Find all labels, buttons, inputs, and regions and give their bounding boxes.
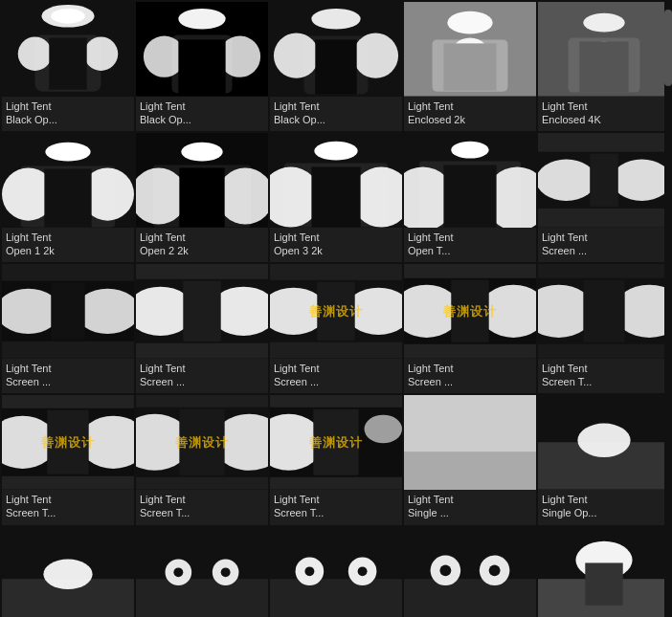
item-label: Light Tent Screen T... — [136, 490, 268, 525]
svg-point-55 — [538, 160, 596, 201]
svg-rect-114 — [270, 579, 402, 617]
svg-point-20 — [447, 11, 492, 34]
svg-rect-92 — [179, 409, 224, 475]
thumbnail: 善渊设计 — [270, 264, 402, 359]
svg-rect-100 — [404, 452, 536, 490]
item-label: Light Tent Open T... — [404, 228, 536, 263]
thumbnail — [136, 264, 268, 359]
svg-rect-52 — [443, 165, 496, 228]
item-label: Light Tent Enclosed 4K — [538, 97, 670, 132]
list-item[interactable]: Light Tent Enclosed 2k — [404, 2, 536, 131]
svg-point-124 — [489, 564, 501, 576]
thumbnail — [2, 264, 134, 359]
thumbnail — [538, 527, 670, 617]
svg-rect-77 — [451, 280, 488, 342]
svg-point-112 — [221, 567, 231, 577]
svg-point-96 — [365, 415, 402, 444]
svg-rect-97 — [313, 409, 358, 475]
svg-point-14 — [311, 9, 360, 30]
list-item[interactable]: Light Tent Open 1 2k — [2, 133, 134, 262]
list-item[interactable]: Light Tent Open 3 2k — [270, 133, 402, 262]
list-item[interactable]: Light Tent Black Op... — [270, 2, 402, 131]
scrollbar[interactable] — [664, 0, 672, 617]
svg-point-106 — [43, 559, 92, 589]
svg-rect-18 — [315, 39, 356, 94]
item-label: Light Tent Screen T... — [538, 359, 670, 394]
thumbnail — [136, 2, 268, 97]
list-item[interactable]: 善渊设计Light Tent Screen T... — [136, 395, 268, 524]
svg-point-56 — [612, 160, 670, 201]
thumbnail: 善渊设计 — [270, 395, 402, 490]
svg-rect-87 — [47, 410, 88, 474]
item-label: Light Tent Screen T... — [270, 490, 402, 525]
svg-point-2 — [51, 9, 84, 24]
thumbnail: 善渊设计 — [136, 395, 268, 490]
list-item[interactable]: Light Tent Spot 2 2k — [270, 527, 402, 617]
svg-rect-57 — [590, 154, 618, 207]
list-item[interactable]: Light Tent Screen T... — [538, 264, 670, 393]
list-item[interactable]: Light Tent Open 2 2k — [136, 133, 268, 262]
thumbnail — [270, 2, 402, 97]
item-label: Light Tent Screen T... — [2, 490, 134, 525]
svg-rect-62 — [51, 283, 84, 340]
list-item[interactable]: Light Tent Screen ... — [136, 264, 268, 393]
svg-point-48 — [451, 142, 488, 159]
svg-rect-40 — [179, 168, 224, 228]
thumbnail — [538, 2, 670, 97]
item-label: Light Tent Black Op... — [136, 97, 268, 132]
list-item[interactable]: Light Tent White ... — [538, 527, 670, 617]
main-wrapper: Light Tent Black Op... Light Tent Black … — [0, 0, 672, 617]
svg-point-25 — [583, 13, 624, 33]
svg-point-5 — [84, 36, 118, 70]
thumbnail: 善渊设计 — [404, 264, 536, 359]
svg-point-30 — [45, 143, 90, 162]
item-label: Light Tent Screen ... — [2, 359, 134, 394]
list-item[interactable]: Light Tent Single Op... — [2, 527, 134, 617]
thumbnail — [136, 527, 268, 617]
list-item[interactable]: Light Tent Open T... — [404, 133, 536, 262]
thumbnail — [404, 2, 536, 97]
list-item[interactable]: Light Tent Black Op... — [136, 2, 268, 131]
item-label: Light Tent Black Op... — [2, 97, 134, 132]
svg-point-103 — [577, 424, 630, 457]
thumbnail: 善渊设计 — [2, 395, 134, 490]
svg-rect-128 — [585, 562, 622, 605]
list-item[interactable]: 善渊设计Light Tent Screen ... — [404, 264, 536, 393]
scrollbar-thumb[interactable] — [664, 10, 672, 86]
svg-point-36 — [181, 143, 222, 162]
list-item[interactable]: Light Tent Spot 4K — [404, 527, 536, 617]
thumbnail — [404, 395, 536, 490]
svg-point-42 — [314, 142, 357, 161]
list-item[interactable]: Light Tent Black Op... — [2, 2, 134, 131]
svg-rect-67 — [183, 281, 220, 342]
thumbnail — [136, 133, 268, 228]
svg-rect-34 — [44, 169, 91, 228]
svg-rect-23 — [443, 43, 496, 90]
list-item[interactable]: Light Tent Single Op... — [538, 395, 670, 524]
thumbnail — [538, 395, 670, 490]
item-label: Light Tent Open 3 2k — [270, 228, 402, 263]
list-item[interactable]: 善渊设计Light Tent Screen T... — [270, 395, 402, 524]
svg-rect-120 — [404, 579, 536, 617]
list-item[interactable]: 善渊设计Light Tent Screen T... — [2, 395, 134, 524]
list-item[interactable]: Light Tent Single ... — [404, 395, 536, 524]
svg-point-117 — [304, 566, 314, 576]
svg-rect-46 — [311, 167, 360, 228]
thumbnail — [404, 133, 536, 228]
svg-rect-28 — [579, 41, 628, 92]
item-label: Light Tent Single Op... — [538, 490, 670, 525]
item-label: Light Tent Single ... — [404, 490, 536, 525]
svg-point-17 — [353, 33, 398, 78]
thumbnail — [2, 2, 134, 97]
list-item[interactable]: Light Tent Enclosed 4K — [538, 2, 670, 131]
svg-rect-72 — [317, 282, 354, 341]
list-item[interactable]: Light Tent Screen ... — [538, 133, 670, 262]
asset-grid: Light Tent Black Op... Light Tent Black … — [0, 0, 672, 617]
list-item[interactable]: Light Tent Screen ... — [2, 264, 134, 393]
item-label: Light Tent Black Op... — [270, 97, 402, 132]
item-label: Light Tent Screen ... — [270, 359, 402, 394]
svg-point-118 — [358, 566, 368, 576]
list-item[interactable]: Light Tent Spot 1 2k — [136, 527, 268, 617]
list-item[interactable]: 善渊设计Light Tent Screen ... — [270, 264, 402, 393]
item-label: Light Tent Open 2 2k — [136, 228, 268, 263]
